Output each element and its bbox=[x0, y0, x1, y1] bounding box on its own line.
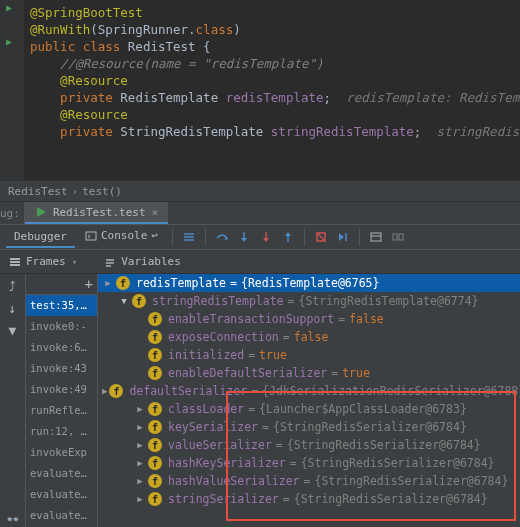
stack-frame-row[interactable]: invoke:62, bbox=[26, 337, 97, 358]
chevron-right-icon[interactable]: ▶ bbox=[134, 491, 146, 508]
svg-rect-12 bbox=[10, 264, 20, 266]
breadcrumb-separator: › bbox=[72, 185, 79, 198]
evaluate-expression-icon[interactable] bbox=[366, 227, 386, 247]
chevron-right-icon[interactable]: ▶ bbox=[134, 437, 146, 454]
chevron-right-icon[interactable]: ▶ bbox=[102, 275, 114, 292]
code-line[interactable]: @Resource bbox=[30, 72, 520, 89]
code-editor[interactable]: ▶ ▶ @SpringBootTest@RunWith(SpringRunner… bbox=[0, 0, 520, 180]
separator bbox=[172, 228, 173, 246]
stack-frame-row[interactable]: evaluate:3 bbox=[26, 484, 97, 505]
variable-value: {StringRedisSerializer@6784} bbox=[273, 419, 467, 436]
field-badge-icon: f bbox=[116, 276, 130, 290]
nav-icon[interactable]: ⤴ bbox=[5, 278, 21, 294]
variable-row[interactable]: fexposeConnection=false bbox=[98, 328, 520, 346]
variable-row[interactable]: ▶fhashValueSerializer={StringRedisSerial… bbox=[98, 472, 520, 490]
step-over-icon[interactable] bbox=[212, 227, 232, 247]
down-icon[interactable]: ↓ bbox=[5, 300, 21, 316]
chevron-right-icon[interactable]: ▶ bbox=[134, 419, 146, 436]
variable-row[interactable]: ▶fdefaultSerializer={JdkSerializationRed… bbox=[98, 382, 520, 400]
tab-debugger[interactable]: Debugger bbox=[6, 227, 75, 248]
svg-rect-1 bbox=[86, 232, 96, 240]
field-badge-icon: f bbox=[109, 384, 123, 398]
chevron-right-icon[interactable]: ▶ bbox=[134, 401, 146, 418]
code-line[interactable]: @SpringBootTest bbox=[30, 4, 520, 21]
run-to-cursor-icon[interactable] bbox=[333, 227, 353, 247]
variable-row[interactable]: ▶fclassLoader={Launcher$AppClassLoader@6… bbox=[98, 400, 520, 418]
stack-frame-row[interactable]: invokeExp bbox=[26, 442, 97, 463]
filter-icon[interactable]: ▼ bbox=[5, 322, 21, 338]
stack-frame-row[interactable]: run:12, Re bbox=[26, 421, 97, 442]
breadcrumbs-bar: RedisTest › test() bbox=[0, 180, 520, 202]
step-out-icon[interactable] bbox=[278, 227, 298, 247]
variable-row[interactable]: fenableTransactionSupport=false bbox=[98, 310, 520, 328]
chevron-right-icon[interactable]: ▶ bbox=[134, 473, 146, 490]
svg-rect-9 bbox=[399, 234, 403, 240]
variable-value: false bbox=[349, 311, 384, 328]
svg-rect-7 bbox=[371, 233, 381, 241]
variables-panel-header: Variables bbox=[95, 255, 189, 269]
variable-value: {StringRedisSerializer@6784} bbox=[287, 437, 481, 454]
field-badge-icon: f bbox=[148, 402, 162, 416]
variable-row[interactable]: fenableDefaultSerializer=true bbox=[98, 364, 520, 382]
field-badge-icon: f bbox=[148, 456, 162, 470]
field-badge-icon: f bbox=[148, 492, 162, 506]
stack-frame-row[interactable]: runReflecti bbox=[26, 400, 97, 421]
variable-row[interactable]: ▶fvalueSerializer={StringRedisSerializer… bbox=[98, 436, 520, 454]
add-icon[interactable]: + bbox=[85, 276, 93, 292]
stack-frame-row[interactable]: test:35, R bbox=[26, 295, 97, 316]
chevron-right-icon[interactable]: ▶ bbox=[102, 383, 107, 400]
variable-value: {JdkSerializationRedisSerializer@6788} bbox=[262, 383, 520, 400]
drop-frame-icon[interactable] bbox=[311, 227, 331, 247]
code-line[interactable]: @Resource bbox=[30, 106, 520, 123]
variable-row[interactable]: ▶fhashKeySerializer={StringRedisSerializ… bbox=[98, 454, 520, 472]
trace-current-stream-icon[interactable] bbox=[388, 227, 408, 247]
code-line[interactable]: private RedisTemplate redisTemplate; red… bbox=[30, 89, 520, 106]
code-line[interactable]: public class RedisTest { bbox=[30, 38, 520, 55]
stack-frame-row[interactable]: invoke:43 bbox=[26, 358, 97, 379]
breadcrumb-class[interactable]: RedisTest bbox=[8, 185, 68, 198]
editor-gutter: ▶ ▶ bbox=[0, 0, 24, 180]
glasses-icon[interactable]: 👓 bbox=[5, 511, 21, 527]
svg-rect-11 bbox=[10, 261, 20, 263]
stack-frame-row[interactable]: invoke:49 bbox=[26, 379, 97, 400]
variable-row[interactable]: ▶fkeySerializer={StringRedisSerializer@6… bbox=[98, 418, 520, 436]
frames-panel[interactable]: + test:35, Rinvoke0:-invoke:62,invoke:43… bbox=[26, 274, 98, 527]
chevron-right-icon[interactable]: ▶ bbox=[134, 455, 146, 472]
separator bbox=[205, 228, 206, 246]
variable-name: redisTemplate bbox=[136, 275, 226, 292]
variable-value: {StringRedisTemplate@6774} bbox=[299, 293, 479, 310]
field-badge-icon: f bbox=[148, 366, 162, 380]
code-line[interactable]: //@Resource(name = "redisTemplate") bbox=[30, 55, 520, 72]
variable-name: initialized bbox=[168, 347, 244, 364]
field-badge-icon: f bbox=[148, 420, 162, 434]
variable-row[interactable]: finitialized=true bbox=[98, 346, 520, 364]
stack-frame-row[interactable]: evaluate:2 bbox=[26, 505, 97, 526]
breadcrumb-method[interactable]: test() bbox=[82, 185, 122, 198]
run-config-tab[interactable]: RedisTest.test × bbox=[25, 202, 168, 224]
run-gutter-icon[interactable]: ▶ bbox=[6, 36, 18, 48]
tab-console[interactable]: Console ↩ bbox=[77, 226, 166, 248]
variables-panel[interactable]: ▶fredisTemplate={RedisTemplate@6765}▼fst… bbox=[98, 274, 520, 527]
code-line[interactable]: @RunWith(SpringRunner.class) bbox=[30, 21, 520, 38]
panels-header: Frames ▾ Variables bbox=[0, 250, 520, 274]
step-into-icon[interactable] bbox=[234, 227, 254, 247]
variable-name: exposeConnection bbox=[168, 329, 279, 346]
force-step-into-icon[interactable] bbox=[256, 227, 276, 247]
variable-name: valueSerializer bbox=[168, 437, 272, 454]
console-icon bbox=[85, 230, 97, 242]
stack-frame-row[interactable]: invoke0:- bbox=[26, 316, 97, 337]
chevron-down-icon[interactable]: ▼ bbox=[118, 293, 130, 310]
variable-name: defaultSerializer bbox=[129, 383, 247, 400]
variables-label: Variables bbox=[121, 255, 181, 268]
run-gutter-icon[interactable]: ▶ bbox=[6, 2, 18, 14]
stack-frame-row[interactable]: evaluate:1 bbox=[26, 463, 97, 484]
close-icon[interactable]: × bbox=[152, 206, 159, 219]
variable-row[interactable]: ▼fstringRedisTemplate={StringRedisTempla… bbox=[98, 292, 520, 310]
chevron-down-icon[interactable]: ▾ bbox=[72, 257, 77, 267]
show-execution-point-icon[interactable] bbox=[179, 227, 199, 247]
variable-value: {StringRedisSerializer@6784} bbox=[315, 473, 509, 490]
variable-row[interactable]: ▶fstringSerializer={StringRedisSerialize… bbox=[98, 490, 520, 508]
variable-row[interactable]: ▶fredisTemplate={RedisTemplate@6765} bbox=[98, 274, 520, 292]
code-line[interactable]: private StringRedisTemplate stringRedisT… bbox=[30, 123, 520, 140]
variable-value: true bbox=[259, 347, 287, 364]
